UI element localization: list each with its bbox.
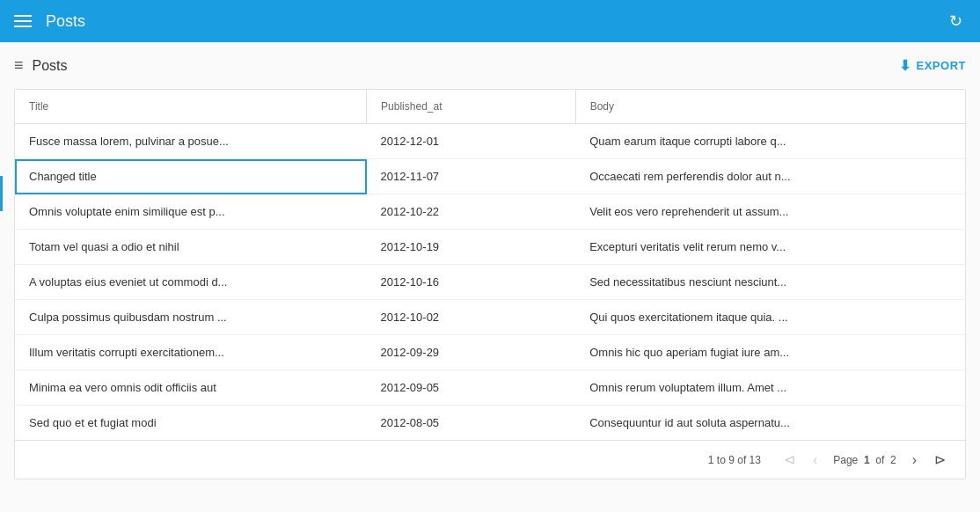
table-row[interactable]: Illum veritatis corrupti exercitationem.… (15, 335, 965, 370)
posts-table: Title Published_at Body Fusce massa lore… (15, 90, 965, 440)
cell-title: A voluptas eius eveniet ut commodi d... (15, 265, 367, 300)
cell-title: Omnis voluptate enim similique est p... (15, 194, 367, 230)
cell-body: Velit eos vero reprehenderit ut assum... (575, 194, 965, 230)
cell-title: Minima ea vero omnis odit officiis aut (15, 370, 367, 406)
cell-published: 2012-09-05 (367, 370, 576, 406)
content-area: ≡ Posts ⬇ EXPORT Title Published_at Body… (0, 42, 980, 494)
table-row[interactable]: Culpa possimus quibusdam nostrum ...2012… (15, 300, 965, 335)
menu-icon[interactable] (14, 15, 32, 27)
export-button[interactable]: ⬇ EXPORT (899, 57, 966, 74)
pagination-range: 1 to 9 of 13 (708, 454, 761, 466)
cell-title: Culpa possimus quibusdam nostrum ... (15, 300, 367, 335)
pagination: 1 to 9 of 13 ⊲ ‹ Page 1 of 2 › ⊳ (15, 440, 965, 479)
cell-title: Fusce massa lorem, pulvinar a posue... (15, 124, 367, 159)
cell-body: Occaecati rem perferendis dolor aut n... (575, 159, 965, 194)
page-text: Page (833, 454, 858, 466)
table-row[interactable]: Totam vel quasi a odio et nihil2012-10-1… (15, 230, 965, 265)
table-row[interactable]: Changed title2012-11-07Occaecati rem per… (15, 159, 965, 194)
cell-body: Qui quos exercitationem itaque quia. ... (575, 300, 965, 335)
column-header-title: Title (15, 90, 367, 124)
cell-body: Consequuntur id aut soluta aspernatu... (575, 406, 965, 441)
total-pages: 2 (890, 454, 896, 466)
refresh-button[interactable]: ↻ (946, 8, 966, 34)
cell-published: 2012-11-07 (367, 159, 576, 194)
table-row[interactable]: Sed quo et et fugiat modi2012-08-05Conse… (15, 406, 965, 441)
cell-published: 2012-08-05 (367, 406, 576, 441)
current-page: 1 (864, 454, 870, 466)
cell-published: 2012-09-29 (367, 335, 576, 370)
cell-title: Totam vel quasi a odio et nihil (15, 230, 367, 265)
page-header-left: ≡ Posts (14, 56, 68, 75)
last-page-button[interactable]: ⊳ (929, 450, 951, 470)
table-row[interactable]: A voluptas eius eveniet ut commodi d...2… (15, 265, 965, 300)
prev-page-button[interactable]: ‹ (808, 450, 823, 470)
first-page-button[interactable]: ⊲ (779, 450, 801, 470)
cell-published: 2012-12-01 (367, 124, 576, 159)
cell-published: 2012-10-22 (367, 194, 576, 230)
export-label: EXPORT (917, 59, 966, 72)
cell-body: Excepturi veritatis velit rerum nemo v..… (575, 230, 965, 265)
column-header-published: Published_at (367, 90, 576, 124)
cell-title: Sed quo et et fugiat modi (15, 406, 367, 441)
of-text: of (875, 454, 884, 466)
column-header-body: Body (575, 90, 965, 124)
cell-title: Changed title (15, 159, 367, 194)
cell-body: Sed necessitatibus nesciunt nesciunt... (575, 265, 965, 300)
cell-title: Illum veritatis corrupti exercitationem.… (15, 335, 367, 370)
table-row[interactable]: Omnis voluptate enim similique est p...2… (15, 194, 965, 230)
table-row[interactable]: Minima ea vero omnis odit officiis aut20… (15, 370, 965, 406)
app-bar: Posts ↻ (0, 0, 980, 42)
cell-body: Omnis hic quo aperiam fugiat iure am... (575, 335, 965, 370)
cell-body: Quam earum itaque corrupti labore q... (575, 124, 965, 159)
list-icon: ≡ (14, 56, 24, 75)
page-header: ≡ Posts ⬇ EXPORT (14, 56, 966, 75)
cell-published: 2012-10-19 (367, 230, 576, 265)
app-bar-title: Posts (46, 12, 85, 31)
pagination-page-label: Page 1 of 2 (833, 454, 896, 466)
cell-body: Omnis rerum voluptatem illum. Amet ... (575, 370, 965, 406)
table-row[interactable]: Fusce massa lorem, pulvinar a posue...20… (15, 124, 965, 159)
table-container: Title Published_at Body Fusce massa lore… (14, 89, 966, 479)
cell-published: 2012-10-02 (367, 300, 576, 335)
left-indicator (0, 176, 3, 211)
cell-published: 2012-10-16 (367, 265, 576, 300)
next-page-button[interactable]: › (907, 450, 922, 470)
table-header-row: Title Published_at Body (15, 90, 965, 124)
page-title: Posts (33, 58, 68, 74)
download-icon: ⬇ (899, 57, 911, 74)
